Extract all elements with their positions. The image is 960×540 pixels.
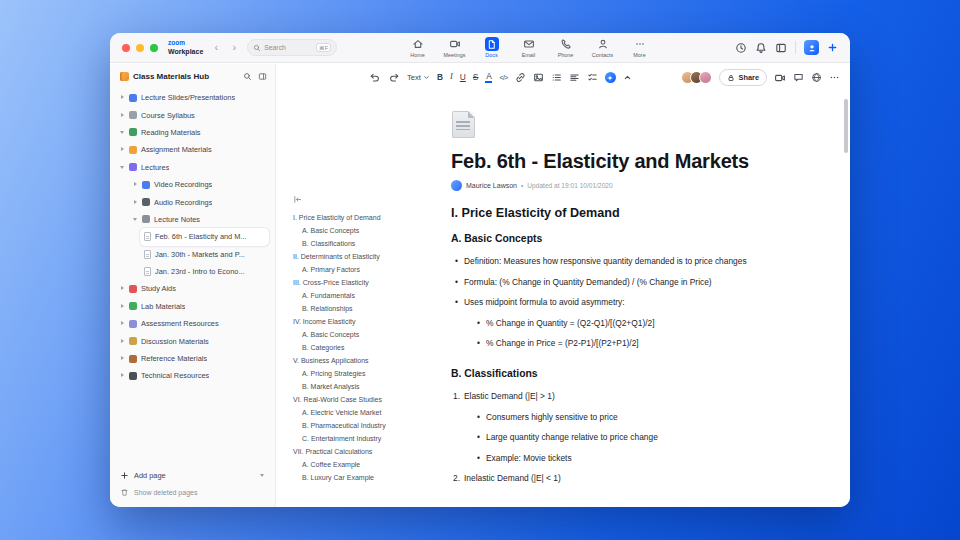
add-button[interactable] [827,42,838,53]
link-icon[interactable] [515,72,526,83]
chevron-right-icon[interactable] [133,200,138,205]
search-input[interactable]: Search ⌘F [247,39,337,56]
outline-item[interactable]: VII. Practical Calculations [293,445,445,458]
code-button[interactable]: </> [499,74,507,81]
video-icon[interactable] [774,72,786,84]
chevron-right-icon[interactable] [120,373,125,378]
tab-meetings[interactable]: Meetings [439,37,470,58]
checklist-icon[interactable] [587,72,598,83]
outline-item[interactable]: A. Primary Factors [293,263,445,276]
tab-contacts[interactable]: Contacts [587,37,618,58]
sidebar-item-study-aids[interactable]: Study Aids [116,280,269,297]
align-left-icon[interactable] [569,72,580,83]
outline-item[interactable]: IV. Income Elasticity [293,315,445,328]
sidebar-item-lecture-notes[interactable]: Lecture Notes [129,211,269,228]
sidebar-search-icon[interactable] [243,72,252,81]
underline-button[interactable]: U [460,73,466,81]
panel-toggle-icon[interactable] [775,42,787,54]
undo-icon[interactable] [369,72,381,83]
outline-item[interactable]: B. Categories [293,341,445,354]
italic-button[interactable]: I [450,73,453,81]
outline-item[interactable]: A. Fundamentals [293,289,445,302]
sidebar-item-assignment-materials[interactable]: Assignment Materials [116,141,269,158]
sidebar-item-audio-recordings[interactable]: Audio Recordings [129,193,269,210]
sidebar-item-course-syllabus[interactable]: Course Syllabus [116,106,269,123]
tab-home[interactable]: Home [402,37,433,58]
outline-item[interactable]: A. Pricing Strategies [293,367,445,380]
sidebar-item-discussion-materials[interactable]: Discussion Materials [116,332,269,349]
chevron-right-icon[interactable] [120,339,125,344]
image-icon[interactable] [533,72,544,83]
chevron-right-icon[interactable] [120,304,125,309]
clock-icon[interactable] [735,42,747,54]
outline-item[interactable]: C. Entertainment Industry [293,432,445,445]
document-scroll-area[interactable]: I. Price Elasticity of Demand A. Basic C… [277,91,850,507]
chevron-right-icon[interactable] [120,95,125,100]
scrollbar[interactable] [844,99,848,153]
outline-item[interactable]: B. Classifications [293,237,445,250]
sidebar-item-jan-23rd[interactable]: Jan. 23rd - Intro to Econo... [140,263,269,280]
sidebar-item-reading-materials[interactable]: Reading Materials [116,124,269,141]
forward-button[interactable]: › [229,42,239,53]
show-deleted-pages-button[interactable]: Show deleted pages [120,488,265,497]
outline-item[interactable]: II. Determinants of Elasticity [293,250,445,263]
outline-item[interactable]: B. Market Analysis [293,380,445,393]
language-globe-icon[interactable] [811,72,822,83]
strikethrough-button[interactable]: S [473,73,479,81]
outline-item[interactable]: B. Luxury Car Example [293,471,445,484]
chevron-down-icon[interactable] [120,165,125,170]
text-style-dropdown[interactable]: Text [407,73,430,82]
maximize-button[interactable] [150,44,158,52]
add-page-button[interactable]: Add page [120,471,265,480]
comment-icon[interactable] [793,72,804,83]
sidebar-item-jan-30th[interactable]: Jan. 30th - Markets and P... [140,246,269,263]
profile-avatar[interactable] [804,40,819,55]
chevron-right-icon[interactable] [120,356,125,361]
doc-title[interactable]: Feb. 6th - Elasticity and Markets [451,150,797,173]
outline-item[interactable]: A. Basic Concepts [293,224,445,237]
outline-item[interactable]: I. Price Elasticity of Demand [293,211,445,224]
chevron-down-icon[interactable] [133,217,138,222]
bullet-list-icon[interactable] [551,72,562,83]
sidebar-item-technical-resources[interactable]: Technical Resources [116,367,269,384]
chevron-right-icon[interactable] [120,286,125,291]
outline-item[interactable]: B. Pharmaceutical Industry [293,419,445,432]
chevron-right-icon[interactable] [133,182,138,187]
chevron-down-icon[interactable] [120,130,125,135]
notifications-bell-icon[interactable] [755,42,767,54]
collapse-toolbar-icon[interactable] [623,73,632,82]
sidebar-item-assessment-resources[interactable]: Assessment Resources [116,315,269,332]
outline-item[interactable]: A. Coffee Example [293,458,445,471]
more-options-icon[interactable] [829,72,840,83]
sidebar-item-lecture-slides[interactable]: Lecture Slides/Presentations [116,89,269,106]
back-button[interactable]: ‹ [211,42,221,53]
sidebar-item-feb-6th[interactable]: Feb. 6th - Elasticity and M... [140,228,269,245]
share-button[interactable]: Share [719,69,767,86]
sidebar-item-reference-materials[interactable]: Reference Materials [116,350,269,367]
collaborator-avatars[interactable] [681,71,712,84]
close-button[interactable] [122,44,130,52]
bold-button[interactable]: B [437,73,443,81]
tab-email[interactable]: Email [513,37,544,58]
ai-companion-button[interactable] [605,72,616,83]
tab-more[interactable]: More [624,37,655,58]
outline-item[interactable]: III. Cross-Price Elasticity [293,276,445,289]
expand-panel-icon[interactable] [258,72,267,81]
chevron-right-icon[interactable] [120,147,125,152]
outline-item[interactable]: V. Business Applications [293,354,445,367]
collapse-outline-icon[interactable] [293,195,302,204]
outline-item[interactable]: A. Electric Vehicle Market [293,406,445,419]
tab-phone[interactable]: Phone [550,37,581,58]
minimize-button[interactable] [136,44,144,52]
sidebar-item-lectures[interactable]: Lectures [116,159,269,176]
outline-item[interactable]: VI. Real-World Case Studies [293,393,445,406]
text-color-button[interactable]: A [485,72,492,83]
outline-item[interactable]: B. Relationships [293,302,445,315]
outline-item[interactable]: A. Basic Concepts [293,328,445,341]
sidebar-item-lab-materials[interactable]: Lab Materials [116,298,269,315]
sidebar-item-video-recordings[interactable]: Video Recordings [129,176,269,193]
chevron-right-icon[interactable] [120,321,125,326]
chevron-right-icon[interactable] [120,113,125,118]
chevron-down-icon[interactable] [260,473,265,478]
tab-docs[interactable]: Docs [476,37,507,58]
